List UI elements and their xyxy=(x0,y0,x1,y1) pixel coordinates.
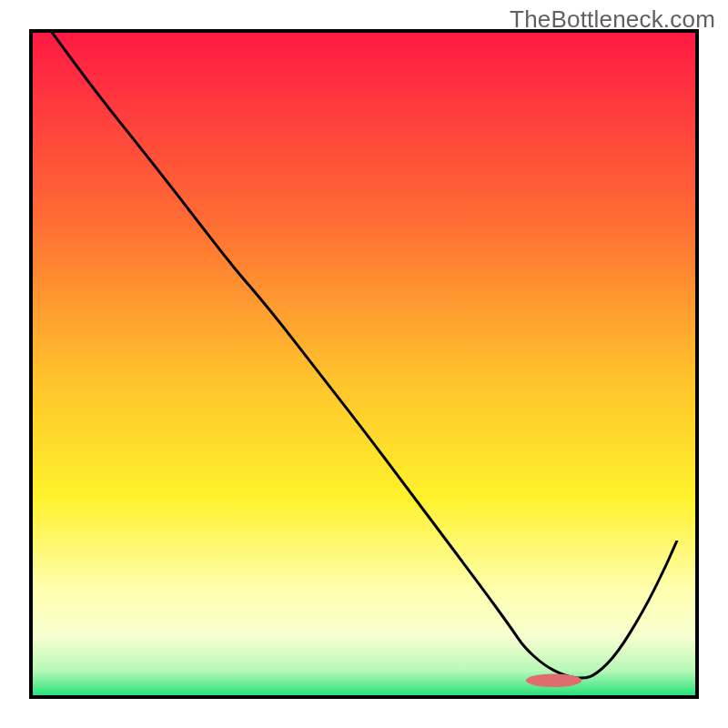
plot-background xyxy=(31,31,697,697)
chart-container: TheBottleneck.com xyxy=(0,0,728,728)
minimum-marker xyxy=(526,673,581,687)
bottleneck-chart xyxy=(0,0,728,728)
watermark-text: TheBottleneck.com xyxy=(510,5,715,34)
